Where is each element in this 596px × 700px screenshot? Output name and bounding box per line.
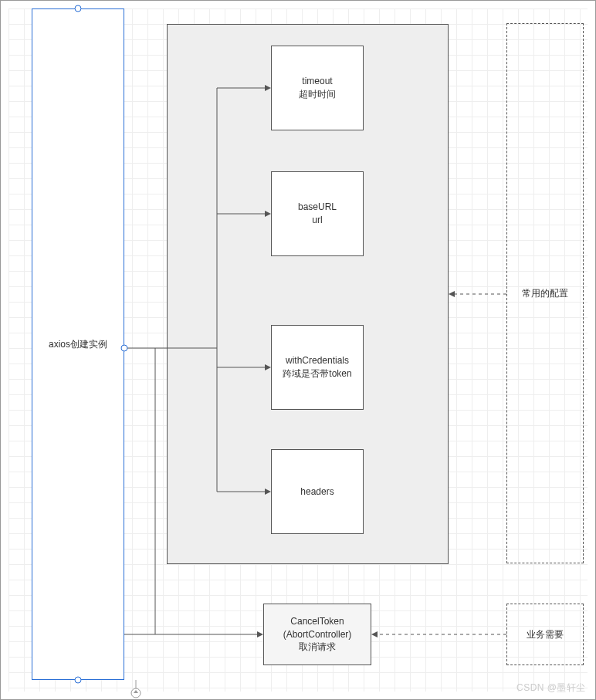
config-item-withcredentials[interactable]: withCredentials 跨域是否带token [271,325,364,410]
dashed-box-label: 常用的配置 [522,287,568,300]
cancel-box-line2: (AbortController) [283,628,352,641]
config-item-line1: headers [300,485,334,499]
dashed-box-label: 业务需要 [527,628,564,641]
diagram-canvas: axios创建实例 timeout 超时时间 baseURL url withC… [0,0,596,700]
config-item-headers[interactable]: headers [271,449,364,534]
left-box-axios[interactable]: axios创建实例 [32,8,124,680]
config-item-line1: timeout [302,75,332,88]
config-item-line1: withCredentials [286,354,349,367]
config-item-line2: 超时时间 [299,88,336,101]
watermark-text: CSDN @墨轩尘 [516,681,586,695]
left-box-label: axios创建实例 [49,338,107,351]
cancel-box-line1: CancelToken [290,615,344,628]
config-item-line1: baseURL [298,201,337,214]
config-item-line2: 跨域是否带token [283,367,351,380]
config-item-timeout[interactable]: timeout 超时时间 [271,46,364,130]
cancel-token-box[interactable]: CancelToken (AbortController) 取消请求 [263,604,371,665]
cancel-box-line3: 取消请求 [299,641,336,654]
config-item-line2: url [312,214,322,227]
dashed-box-common-config[interactable]: 常用的配置 [506,23,584,563]
dashed-box-business-need[interactable]: 业务需要 [506,604,584,665]
config-item-baseurl[interactable]: baseURL url [271,171,364,256]
